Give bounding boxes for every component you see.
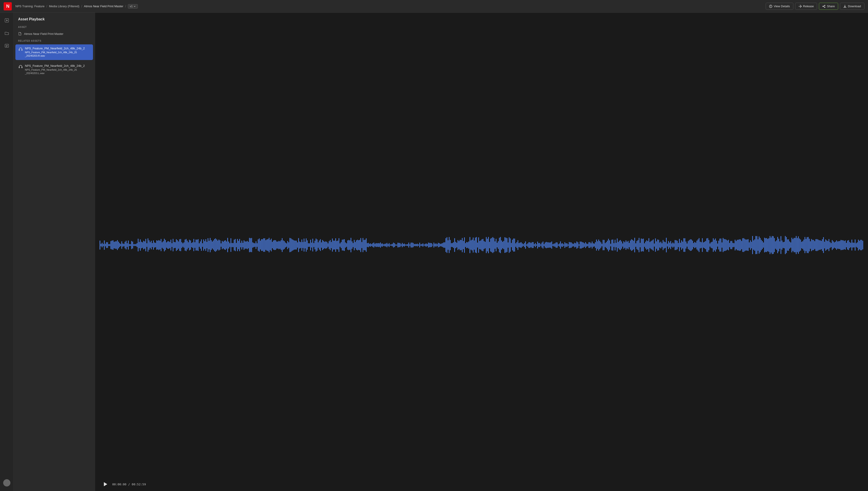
svg-rect-369: [483, 239, 483, 251]
svg-rect-560: [691, 239, 692, 251]
svg-rect-534: [663, 240, 663, 250]
svg-rect-45: [129, 244, 130, 246]
svg-rect-505: [631, 239, 632, 251]
svg-rect-384: [499, 238, 500, 253]
svg-rect-651: [790, 242, 791, 248]
svg-rect-362: [475, 237, 476, 253]
breadcrumb-item-1[interactable]: NPS Training: Feature: [16, 4, 44, 8]
svg-rect-61: [146, 243, 147, 247]
sidebar-item-play[interactable]: [3, 16, 11, 25]
svg-rect-711: [856, 243, 857, 247]
svg-rect-338: [449, 237, 450, 253]
share-button[interactable]: Share: [819, 3, 838, 10]
svg-rect-78: [165, 240, 166, 250]
svg-rect-440: [560, 241, 561, 249]
svg-rect-413: [531, 243, 531, 247]
svg-rect-618: [754, 239, 755, 251]
breadcrumb-sep-3: /: [125, 4, 126, 8]
svg-rect-374: [488, 237, 489, 253]
svg-rect-199: [297, 242, 298, 248]
sidebar-item-list[interactable]: [3, 42, 11, 50]
svg-rect-123: [214, 239, 215, 251]
svg-rect-381: [496, 239, 496, 251]
svg-rect-463: [585, 242, 586, 248]
svg-rect-101: [190, 240, 191, 250]
svg-rect-346: [458, 240, 458, 250]
svg-rect-222: [322, 240, 323, 250]
chevron-down-icon: [133, 5, 136, 7]
svg-rect-428: [547, 242, 548, 248]
breadcrumb-item-2[interactable]: Media Library (Filtered): [49, 4, 80, 8]
svg-rect-495: [620, 240, 621, 250]
svg-rect-583: [716, 241, 717, 249]
svg-rect-699: [843, 240, 843, 250]
svg-rect-434: [554, 244, 554, 247]
svg-rect-170: [266, 240, 266, 250]
topbar-actions: View Details Release Share Download: [766, 3, 864, 10]
panel-title: Asset Playback: [13, 13, 95, 24]
svg-rect-190: [287, 241, 288, 249]
asset-item[interactable]: Atmos Near Field Print Master: [13, 30, 95, 38]
svg-rect-318: [427, 244, 428, 246]
svg-rect-522: [650, 242, 650, 248]
svg-rect-31: [114, 242, 115, 249]
svg-rect-539: [668, 241, 669, 249]
waveform[interactable]: [99, 236, 864, 254]
svg-rect-309: [417, 244, 418, 247]
svg-rect-182: [279, 241, 279, 249]
svg-rect-278: [383, 244, 384, 246]
svg-rect-242: [344, 239, 345, 251]
svg-rect-420: [538, 243, 539, 247]
svg-rect-250: [353, 243, 353, 247]
svg-rect-24: [106, 242, 107, 248]
svg-rect-297: [404, 243, 405, 247]
view-details-button[interactable]: View Details: [766, 3, 793, 10]
svg-rect-340: [451, 243, 452, 247]
svg-rect-638: [776, 240, 777, 250]
download-button[interactable]: Download: [840, 3, 864, 10]
svg-rect-663: [804, 240, 804, 251]
release-icon: [799, 5, 802, 8]
svg-rect-286: [392, 244, 393, 246]
related-asset-1[interactable]: NPS_Feature_PM_Nearfield_2ch_48k_24b_2 N…: [16, 45, 93, 60]
svg-rect-551: [681, 240, 682, 250]
waveform-container[interactable]: [95, 13, 868, 478]
svg-rect-63: [149, 240, 149, 250]
svg-rect-405: [522, 243, 523, 247]
related-asset-2[interactable]: NPS_Feature_PM_Nearfield_2ch_48k_24b_2 N…: [16, 62, 93, 78]
svg-rect-409: [526, 244, 527, 246]
svg-rect-131: [223, 242, 223, 249]
svg-rect-461: [583, 242, 584, 248]
svg-rect-564: [695, 242, 696, 247]
svg-rect-582: [715, 238, 716, 252]
avatar[interactable]: [3, 479, 10, 487]
svg-rect-159: [253, 243, 254, 247]
svg-rect-457: [579, 244, 579, 246]
svg-rect-661: [801, 242, 802, 249]
svg-rect-251: [354, 240, 354, 250]
svg-rect-355: [467, 242, 468, 248]
play-button[interactable]: [102, 481, 109, 488]
svg-rect-422: [540, 244, 541, 246]
sidebar-item-folder[interactable]: [3, 29, 11, 37]
svg-rect-216: [316, 238, 316, 252]
svg-rect-586: [719, 238, 720, 251]
svg-rect-37: [120, 244, 121, 246]
version-dropdown[interactable]: v1: [128, 4, 138, 9]
svg-rect-288: [394, 243, 395, 247]
svg-rect-520: [647, 241, 648, 249]
svg-rect-189: [286, 243, 287, 247]
breadcrumb-item-3[interactable]: Atmos Near Field Print Master: [84, 4, 123, 8]
svg-rect-347: [459, 241, 459, 249]
svg-rect-257: [361, 238, 361, 252]
svg-rect-623: [760, 238, 761, 252]
svg-rect-320: [429, 243, 430, 247]
svg-rect-576: [709, 240, 709, 250]
svg-rect-478: [602, 244, 602, 247]
release-button[interactable]: Release: [795, 3, 817, 10]
svg-rect-652: [792, 238, 792, 253]
svg-rect-171: [267, 239, 267, 251]
breadcrumb-sep-2: /: [81, 4, 82, 8]
svg-rect-608: [743, 238, 744, 252]
svg-rect-528: [656, 241, 657, 249]
